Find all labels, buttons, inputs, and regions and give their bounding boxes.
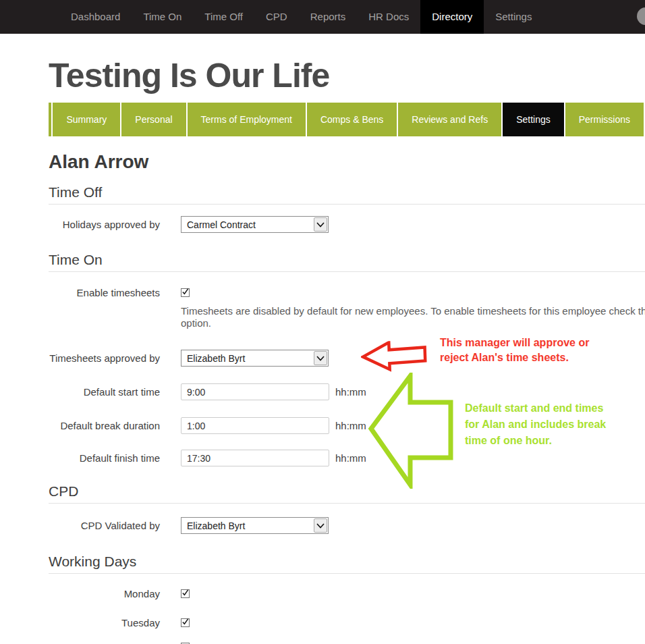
tab-reviews-and-refs[interactable]: Reviews and Refs [398,103,501,136]
section-divider [49,573,645,574]
page-title: Testing Is Our Life [49,57,645,95]
time-format-hint: hh:mm [335,386,366,398]
employee-tabbar: Summary Personal Terms of Employment Com… [49,103,645,136]
working-day-checkbox-tuesday[interactable] [181,618,190,627]
nav-item-directory[interactable]: Directory [420,0,484,34]
timesheets-approved-by-select[interactable]: Elizabeth Byrt [181,350,329,367]
tab-summary[interactable]: Summary [53,103,120,136]
holidays-approved-by-label: Holidays approved by [49,219,160,230]
select-value: Elizabeth Byrt [181,520,245,531]
enable-timesheets-checkbox[interactable] [181,288,190,297]
working-day-row-tuesday: Tuesday [49,617,645,628]
holidays-approved-by-row: Holidays approved by Carmel Contract [49,216,645,233]
nav-item-hr-docs[interactable]: HR Docs [357,0,420,34]
page: Dashboard Time On Time Off CPD Reports H… [0,0,645,644]
time-format-hint: hh:mm [335,452,366,464]
green-arrow-annotation-icon [368,373,455,489]
section-heading-time-off: Time Off [49,184,645,200]
default-break-duration-label: Default break duration [49,420,160,431]
tab-stub-left [49,103,51,136]
default-finish-time-row: Default finish time hh:mm [49,450,645,466]
enable-timesheets-label: Enable timesheets [49,287,160,298]
default-finish-time-input[interactable] [181,450,329,466]
user-avatar[interactable] [637,7,645,25]
top-nav: Dashboard Time On Time Off CPD Reports H… [0,0,645,34]
select-value: Elizabeth Byrt [181,353,245,364]
default-start-time-row: Default start time hh:mm [49,383,645,400]
employee-name: Alan Arrow [49,151,645,173]
nav-item-settings[interactable]: Settings [484,0,543,34]
chevron-down-icon [314,217,327,232]
time-format-hint: hh:mm [335,420,366,431]
red-arrow-annotation-icon [360,340,428,373]
working-day-checkbox-monday[interactable] [181,589,190,598]
check-icon [181,618,189,626]
section-divider [49,503,645,504]
working-day-label: Monday [49,588,160,599]
default-start-time-label: Default start time [49,386,160,398]
check-icon [181,288,189,296]
holidays-approved-by-select[interactable]: Carmel Contract [181,216,329,233]
nav-item-dashboard[interactable]: Dashboard [59,0,132,34]
green-annotation-note: Default start and end times for Alan and… [465,400,606,449]
enable-timesheets-help-text: Timesheets are disabled by default for n… [181,305,645,329]
red-annotation-note: This manager will approve or reject Alan… [440,336,589,365]
tab-permissions[interactable]: Permissions [565,103,644,136]
section-heading-time-on: Time On [49,251,645,268]
chevron-down-icon [314,351,327,365]
default-finish-time-label: Default finish time [49,452,160,464]
default-break-duration-input[interactable] [181,417,329,434]
cpd-validated-by-select[interactable]: Elizabeth Byrt [181,517,329,534]
tab-settings[interactable]: Settings [503,103,564,136]
nav-item-time-on[interactable]: Time On [132,0,193,34]
default-start-time-input[interactable] [181,383,329,400]
section-heading-working-days: Working Days [49,553,645,570]
cpd-validated-by-row: CPD Validated by Elizabeth Byrt [49,517,645,534]
nav-item-time-off[interactable]: Time Off [193,0,254,34]
working-day-label: Tuesday [49,617,160,628]
chevron-down-icon [314,518,327,533]
enable-timesheets-row: Enable timesheets [49,287,645,298]
nav-item-cpd[interactable]: CPD [254,0,299,34]
nav-item-reports[interactable]: Reports [299,0,358,34]
section-divider [49,204,645,205]
tab-terms-of-employment[interactable]: Terms of Employment [188,103,306,136]
section-divider [49,271,645,272]
timesheets-approved-by-label: Timesheets approved by [49,352,160,364]
working-day-row-monday: Monday [49,588,645,599]
tab-comps-and-bens[interactable]: Comps & Bens [307,103,397,136]
section-heading-cpd: CPD [49,483,645,500]
tab-personal[interactable]: Personal [121,103,186,136]
select-value: Carmel Contract [181,219,256,230]
cpd-validated-by-label: CPD Validated by [49,520,160,531]
check-icon [181,589,189,597]
